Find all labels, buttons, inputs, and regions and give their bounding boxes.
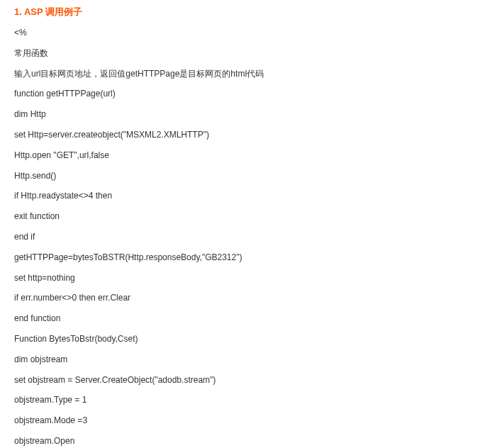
code-line: <% (14, 27, 471, 39)
code-line: if Http.readystate<>4 then (14, 190, 471, 202)
code-line: Http.open "GET",url,false (14, 150, 471, 162)
code-line: end if (14, 231, 471, 243)
code-line: function getHTTPPage(url) (14, 88, 471, 100)
code-line: set http=nothing (14, 272, 471, 284)
code-line: Function BytesToBstr(body,Cset) (14, 333, 471, 345)
code-line: 常用函数 (14, 47, 471, 60)
code-line: if err.number<>0 then err.Clear (14, 292, 471, 304)
code-line: getHTTPPage=bytesToBSTR(Http.responseBod… (14, 252, 471, 264)
section-heading: 1. ASP 调用例子 (14, 6, 471, 18)
code-line: exit function (14, 211, 471, 223)
code-line: objstream.Mode =3 (14, 415, 471, 427)
code-line: objstream.Open (14, 435, 471, 447)
code-line: Http.send() (14, 170, 471, 182)
code-line: dim objstream (14, 354, 471, 366)
code-line: end function (14, 313, 471, 325)
code-line: set objstream = Server.CreateObject("ado… (14, 374, 471, 386)
document-content: 1. ASP 调用例子 <% 常用函数 输入url目标网页地址，返回值getHT… (0, 0, 485, 448)
code-line: 输入url目标网页地址，返回值getHTTPPage是目标网页的html代码 (14, 68, 471, 80)
code-line: set Http=server.createobject("MSXML2.XML… (14, 129, 471, 141)
code-line: dim Http (14, 108, 471, 121)
code-line: objstream.Type = 1 (14, 394, 471, 406)
